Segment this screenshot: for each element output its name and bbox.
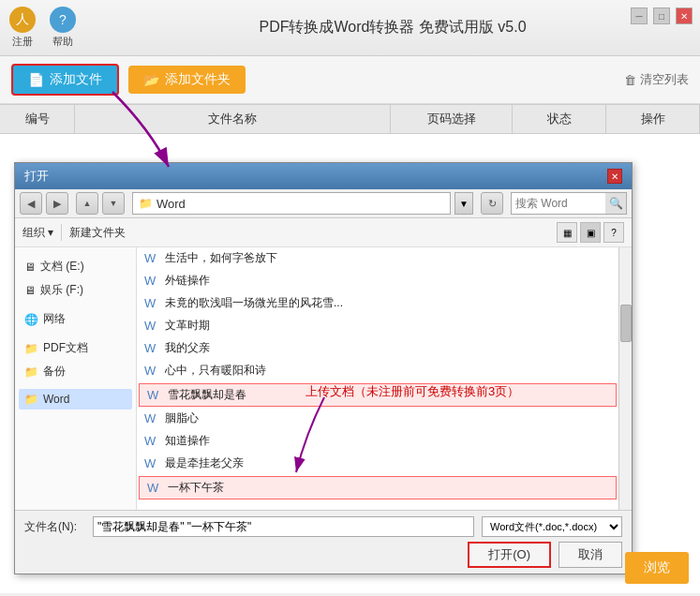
doc-icon-5: W xyxy=(144,364,159,378)
col-status: 状态 xyxy=(513,105,606,133)
forward-button[interactable]: ▶ xyxy=(46,192,68,215)
open-button[interactable]: 打开(O) xyxy=(468,542,551,568)
add-folder-button[interactable]: 📂 添加文件夹 xyxy=(128,66,246,94)
doc-icon-2: W xyxy=(144,296,159,310)
view-list-button[interactable]: ▣ xyxy=(580,222,601,243)
file-name-9: 最是牵挂老父亲 xyxy=(165,455,244,471)
file-name-5: 心中，只有暖阳和诗 xyxy=(165,363,266,379)
action-row: 打开(O) 取消 xyxy=(24,542,622,568)
doc-icon-6: W xyxy=(147,388,162,402)
content-area: 🖥 文档 (E:) 🖥 娱乐 (F:) 🌐 网络 📁 PDF文档 📁 xyxy=(15,247,632,510)
file-name-8: 知道操作 xyxy=(165,433,210,449)
file-item-10[interactable]: W 一杯下午茶 xyxy=(139,476,617,499)
file-item-3[interactable]: W 文革时期 xyxy=(137,315,618,337)
file-item-1[interactable]: W 外链操作 xyxy=(137,270,618,292)
filename-input[interactable] xyxy=(93,516,474,537)
cancel-button[interactable]: 取消 xyxy=(559,542,622,568)
sidebar-label-3: PDF文档 xyxy=(43,340,88,356)
file-list-container: W 生活中，如何字爸放下 W 外链操作 W 未竟的歌浅唱一场微光里的风花雪...… xyxy=(137,247,632,510)
file-toolbar: 组织 ▾ 新建文件夹 ▦ ▣ ? xyxy=(15,218,632,247)
minimize-button[interactable]: ─ xyxy=(631,7,648,24)
file-item-4[interactable]: W 我的父亲 xyxy=(137,337,618,360)
filetype-select[interactable]: Word文件(*.doc,*.docx) xyxy=(482,516,622,537)
file-item-8[interactable]: W 知道操作 xyxy=(137,430,618,453)
file-item-9[interactable]: W 最是牵挂老父亲 xyxy=(137,453,618,475)
register-button[interactable]: 人 注册 xyxy=(9,7,36,49)
drive-icon-0: 🖥 xyxy=(24,261,36,274)
dialog-close-button[interactable]: ✕ xyxy=(607,169,622,184)
file-name-6: 雪花飘飘却是春 xyxy=(168,387,246,403)
app-title: PDF转换成Word转换器 免费试用版 v5.0 xyxy=(95,18,691,37)
file-name-2: 未竟的歌浅唱一场微光里的风花雪... xyxy=(165,295,343,311)
maximize-button[interactable]: □ xyxy=(653,7,670,24)
sidebar-item-2[interactable]: 🌐 网络 xyxy=(19,307,132,331)
dialog-bottom: 文件名(N): Word文件(*.doc,*.docx) 打开(O) 取消 xyxy=(15,510,632,574)
col-name: 文件名称 xyxy=(75,105,391,133)
network-icon: 🌐 xyxy=(24,313,38,326)
file-name-10: 一杯下午茶 xyxy=(168,480,224,496)
file-item-2[interactable]: W 未竟的歌浅唱一场微光里的风花雪... xyxy=(137,292,618,315)
sidebar-item-4[interactable]: 📁 备份 xyxy=(19,360,132,383)
back-button[interactable]: ◀ xyxy=(20,192,42,215)
path-dropdown-button[interactable]: ▼ xyxy=(454,192,473,215)
open-file-dialog: 打开 ✕ ◀ ▶ ▲ ▼ 📁 Word ▼ ↻ 🔍 组织 ▾ xyxy=(14,162,633,574)
col-action: 操作 xyxy=(606,105,700,133)
sidebar-item-5[interactable]: 📁 Word xyxy=(19,389,132,410)
file-item-0[interactable]: W 生活中，如何字爸放下 xyxy=(137,247,618,270)
sidebar-label-4: 备份 xyxy=(43,364,66,380)
search-box[interactable]: 🔍 xyxy=(511,192,627,215)
browse-button[interactable]: 浏览 xyxy=(625,552,689,584)
file-name-3: 文革时期 xyxy=(165,318,210,334)
filename-label: 文件名(N): xyxy=(24,519,85,535)
file-item-6[interactable]: W 雪花飘飘却是春 xyxy=(139,383,617,407)
filename-row: 文件名(N): Word文件(*.doc,*.docx) xyxy=(24,516,622,537)
drive-icon-1: 🖥 xyxy=(24,284,36,297)
sidebar-label-5: Word xyxy=(43,393,69,406)
sidebar-item-0[interactable]: 🖥 文档 (E:) xyxy=(19,255,132,278)
file-item-5[interactable]: W 心中，只有暖阳和诗 xyxy=(137,360,618,382)
view-controls: ▦ ▣ ? xyxy=(557,222,624,243)
folder-icon-5: 📁 xyxy=(24,393,38,406)
doc-icon-7: W xyxy=(144,411,159,425)
file-name-0: 生活中，如何字爸放下 xyxy=(165,250,277,266)
view-grid-button[interactable]: ▦ xyxy=(557,222,577,243)
refresh-button[interactable]: ↻ xyxy=(481,192,503,215)
path-display: Word xyxy=(156,197,186,211)
file-name-1: 外链操作 xyxy=(165,273,210,289)
scrollbar[interactable] xyxy=(618,247,632,510)
sidebar-label-1: 娱乐 (F:) xyxy=(40,282,83,298)
toolbar-divider xyxy=(61,224,62,241)
sidebar-label-0: 文档 (E:) xyxy=(40,259,84,275)
sidebar-item-1[interactable]: 🖥 娱乐 (F:) xyxy=(19,278,132,302)
sidebar-item-3[interactable]: 📁 PDF文档 xyxy=(19,336,132,360)
up-button[interactable]: ▲ xyxy=(76,192,98,215)
add-folder-icon: 📂 xyxy=(143,72,159,87)
clear-list-button[interactable]: 🗑 清空列表 xyxy=(624,71,689,88)
file-list: W 生活中，如何字爸放下 W 外链操作 W 未竟的歌浅唱一场微光里的风花雪...… xyxy=(137,247,618,510)
path-container: 📁 Word xyxy=(132,192,451,215)
new-folder-button[interactable]: 新建文件夹 xyxy=(69,225,126,241)
sidebar-label-2: 网络 xyxy=(43,311,66,327)
add-file-icon: 📄 xyxy=(28,72,44,87)
add-file-button[interactable]: 📄 添加文件 xyxy=(11,64,119,96)
path-folder-icon: 📁 xyxy=(139,197,153,210)
search-button[interactable]: 🔍 xyxy=(605,193,626,214)
dialog-title: 打开 xyxy=(24,168,49,185)
doc-icon-9: W xyxy=(144,456,159,470)
help-button[interactable]: ? 帮助 xyxy=(50,7,76,49)
address-bar: ◀ ▶ ▲ ▼ 📁 Word ▼ ↻ 🔍 xyxy=(15,189,632,218)
close-button[interactable]: ✕ xyxy=(676,7,693,24)
view-help-button[interactable]: ? xyxy=(603,222,624,243)
title-bar: 人 注册 ? 帮助 PDF转换成Word转换器 免费试用版 v5.0 ─ □ ✕ xyxy=(0,0,700,56)
main-content: 打开 ✕ ◀ ▶ ▲ ▼ 📁 Word ▼ ↻ 🔍 组织 ▾ xyxy=(0,134,700,593)
search-input[interactable] xyxy=(512,197,605,210)
doc-icon-3: W xyxy=(144,319,159,333)
col-page: 页码选择 xyxy=(391,105,513,133)
doc-icon-8: W xyxy=(144,434,159,448)
organize-button[interactable]: 组织 ▾ xyxy=(22,225,53,241)
scrollbar-thumb[interactable] xyxy=(620,305,632,342)
file-name-7: 胭脂心 xyxy=(165,410,199,426)
file-item-7[interactable]: W 胭脂心 xyxy=(137,408,618,430)
doc-icon-4: W xyxy=(144,341,159,355)
dropdown-button[interactable]: ▼ xyxy=(102,192,125,215)
